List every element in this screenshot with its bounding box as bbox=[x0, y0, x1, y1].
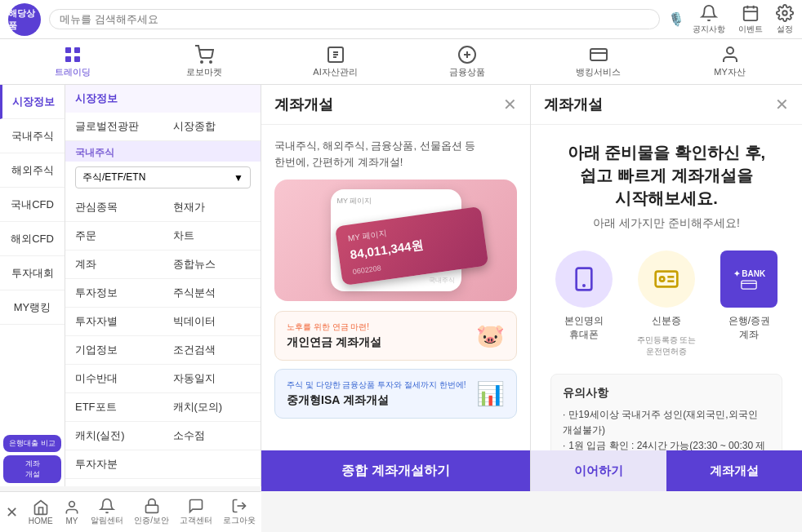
pension-tag: 노후를 위한 연금 마련! bbox=[287, 321, 468, 333]
bottom-nav-auth[interactable]: 인증/보안 bbox=[134, 498, 169, 526]
svg-rect-8 bbox=[74, 56, 80, 62]
product-pension[interactable]: 노후를 위한 연금 마련! 개인연금 계좌개설 🐷 bbox=[274, 311, 517, 361]
bottom-nav-home[interactable]: HOME bbox=[29, 499, 53, 525]
notice-icon[interactable]: 공지사항 bbox=[693, 4, 725, 35]
badge-account[interactable]: 계좌개설 bbox=[3, 455, 61, 483]
svg-point-21 bbox=[660, 277, 664, 281]
bottom-nav-cs[interactable]: 고객센터 bbox=[180, 498, 212, 526]
dropdown-row-2: 계좌종합뉴스 bbox=[65, 250, 261, 279]
dropdown-cell-right-6[interactable]: 자동일지 bbox=[163, 365, 261, 393]
dropdown-cell-right-5[interactable]: 조건검색 bbox=[163, 336, 261, 365]
prep-bank: ✦ BANK 은행/증권계좌 bbox=[720, 250, 777, 357]
center-subtitle: 국내주식, 해외주식, 금융상품, 선물옵션 등한번에, 간편하게 계좌개설! bbox=[274, 138, 517, 170]
open-account-button[interactable]: 계좌개설 bbox=[666, 450, 802, 491]
dropdown-cell-left-6[interactable]: 미수반대 bbox=[65, 365, 163, 393]
nav-banking[interactable]: 뱅킹서비스 bbox=[532, 39, 664, 85]
dropdown-section-domestic: 국내주식 bbox=[65, 141, 261, 162]
dropdown-cell-left-5[interactable]: 기업정보 bbox=[65, 336, 163, 365]
pension-icon: 🐷 bbox=[476, 322, 505, 349]
nav-ai-label: AI자산관리 bbox=[313, 66, 357, 78]
prep-id-sublabel: 주민등록증 또는운전면허증 bbox=[637, 335, 697, 357]
settings-icon[interactable]: 설정 bbox=[776, 4, 794, 35]
id-icon-box bbox=[638, 250, 695, 308]
dropdown-row-3: 투자정보주식분석 bbox=[65, 279, 261, 308]
dropdown-row-7: ETF포트캐치(모의) bbox=[65, 393, 261, 422]
right-panel-title: 계좌개설 bbox=[544, 95, 603, 114]
nav-myasset-label: MY자산 bbox=[714, 66, 746, 78]
dropdown-row-9: 투자자분 bbox=[65, 450, 261, 479]
nav-market[interactable]: 로보마켓 bbox=[138, 39, 270, 85]
home-label: HOME bbox=[29, 516, 53, 525]
dropdown-cell-right-2[interactable]: 종합뉴스 bbox=[163, 250, 261, 279]
bank-icon-box: ✦ BANK bbox=[720, 250, 777, 308]
left-sidebar: 시장정보 국내주식 해외주식 국내CFD 해외CFD 투자대회 MY랭킹 은행대… bbox=[0, 85, 65, 486]
svg-point-9 bbox=[201, 61, 203, 63]
phone-icon-box bbox=[555, 250, 613, 308]
svg-point-26 bbox=[69, 501, 75, 507]
card-header: MY 페이지 bbox=[337, 196, 455, 206]
dropdown-cell-right-0[interactable]: 현재가 bbox=[163, 193, 261, 222]
nav-myasset[interactable]: MY자산 bbox=[664, 39, 795, 85]
center-close-button[interactable]: ✕ bbox=[503, 95, 517, 114]
right-sub-text: 아래 세가지만 준비해주세요! bbox=[550, 216, 782, 231]
top-icons: 공지사항 이벤트 설정 bbox=[693, 4, 794, 35]
dropdown-cell-left-0[interactable]: 관심종목 bbox=[65, 193, 163, 222]
nav-finance[interactable]: 금융상품 bbox=[401, 39, 532, 85]
continue-button[interactable]: 이어하기 bbox=[531, 450, 666, 491]
nav-banking-label: 뱅킹서비스 bbox=[576, 66, 621, 78]
dropdown-cell-right-8[interactable]: 소수점 bbox=[163, 422, 261, 450]
badge-loan[interactable]: 은행대출 비교 bbox=[3, 435, 61, 452]
sidebar-investment-label: 투자대회 bbox=[11, 266, 54, 281]
sidebar-overseas-cfd[interactable]: 해외CFD bbox=[0, 222, 65, 256]
search-input[interactable] bbox=[49, 9, 660, 29]
dropdown-cell-left-7[interactable]: ETF포트 bbox=[65, 393, 163, 422]
sidebar-domestic-cfd[interactable]: 국내CFD bbox=[0, 188, 65, 222]
dropdown-cell-left-8[interactable]: 캐치(실전) bbox=[65, 422, 163, 450]
product-isa[interactable]: 주식 및 다양한 금융상품 투자와 절세까지 한번에! 중개형ISA 계좌개설 … bbox=[274, 369, 517, 419]
sidebar-overseas[interactable]: 해외주식 bbox=[0, 153, 65, 188]
dropdown-global[interactable]: 글로벌전광판 bbox=[65, 113, 163, 141]
svg-rect-7 bbox=[65, 56, 71, 62]
dropdown-global-row: 글로벌전광판 시장종합 bbox=[65, 113, 261, 141]
bottom-nav-logout[interactable]: 로그아웃 bbox=[223, 498, 256, 526]
nav-ai[interactable]: AI자산관리 bbox=[270, 39, 401, 85]
dropdown-select[interactable]: 주식/ETF/ETN ▼ bbox=[75, 166, 251, 188]
dropdown-cell-right-3[interactable]: 주식분석 bbox=[163, 279, 261, 308]
notice-item-0: 만19세이상 국내거주 성인(재외국민,외국인 개설불가) bbox=[563, 407, 770, 438]
svg-rect-27 bbox=[145, 505, 158, 512]
dropdown-header: 시장정보 bbox=[65, 85, 261, 113]
open-account-label: 계좌개설 bbox=[710, 463, 759, 479]
cs-label: 고객센터 bbox=[180, 515, 212, 526]
dropdown-cell-left-9[interactable]: 투자자분 bbox=[65, 450, 261, 479]
svg-rect-0 bbox=[744, 7, 758, 20]
dropdown-cell-right-4[interactable]: 빅데이터 bbox=[163, 308, 261, 336]
dropdown-market-summary[interactable]: 시장종합 bbox=[163, 113, 261, 141]
right-close-button[interactable]: ✕ bbox=[775, 95, 789, 114]
dropdown-cell-right-1[interactable]: 차트 bbox=[163, 222, 261, 250]
dropdown-cell-right-7[interactable]: 캐치(모의) bbox=[163, 393, 261, 422]
pension-title: 개인연금 계좌개설 bbox=[287, 335, 468, 350]
phone-mockup: MY 페이지 MY 페이지 84,011,344원 0602208 국내주식 bbox=[274, 180, 517, 301]
bottom-nav-my[interactable]: MY bbox=[64, 499, 80, 525]
svg-point-10 bbox=[210, 61, 212, 63]
event-icon[interactable]: 이벤트 bbox=[738, 4, 763, 35]
sidebar-my-ranking-label: MY랭킹 bbox=[14, 300, 51, 315]
dropdown-row-6: 미수반대자동일지 bbox=[65, 365, 261, 393]
nav-trading[interactable]: 트레이딩 bbox=[7, 39, 138, 85]
alert-label: 알림센터 bbox=[91, 515, 123, 526]
svg-point-17 bbox=[727, 47, 733, 54]
prep-phone: 본인명의휴대폰 bbox=[555, 250, 613, 357]
dropdown-cell-left-2[interactable]: 계좌 bbox=[65, 250, 163, 279]
center-action-button[interactable]: 종합 계좌개설하기 bbox=[261, 450, 530, 491]
bottom-nav-alert[interactable]: 알림센터 bbox=[91, 498, 123, 526]
sidebar-my-ranking[interactable]: MY랭킹 bbox=[0, 290, 65, 325]
sidebar-domestic[interactable]: 국내주식 bbox=[0, 119, 65, 153]
sidebar-market-info[interactable]: 시장정보 bbox=[0, 85, 65, 119]
app-logo[interactable]: 해당상품 bbox=[8, 3, 41, 36]
mic-icon[interactable]: 🎙️ bbox=[668, 11, 684, 27]
dropdown-cell-left-1[interactable]: 주문 bbox=[65, 222, 163, 250]
dropdown-cell-left-4[interactable]: 투자자별 bbox=[65, 308, 163, 336]
dropdown-cell-left-3[interactable]: 투자정보 bbox=[65, 279, 163, 308]
sidebar-investment[interactable]: 투자대회 bbox=[0, 256, 65, 290]
bottom-nav-close[interactable]: ✕ bbox=[6, 503, 18, 521]
